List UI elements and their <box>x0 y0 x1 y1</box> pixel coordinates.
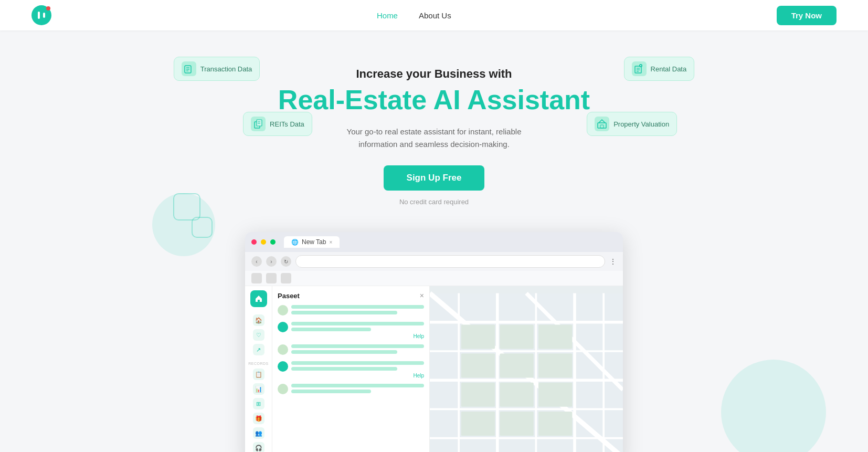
deco-square-2 <box>192 217 213 238</box>
sidebar-icon-heart[interactable]: ♡ <box>253 329 264 341</box>
chat-close-button[interactable]: × <box>420 291 424 300</box>
svg-rect-37 <box>461 354 495 378</box>
signup-button[interactable]: Sign Up Free <box>384 165 485 191</box>
badge-reits: REITs Data <box>243 112 312 136</box>
try-now-button[interactable]: Try Now <box>777 6 837 25</box>
chat-row-2: Help <box>278 322 424 339</box>
sidebar-icon-home[interactable]: 🏠 <box>253 314 264 326</box>
chat-avatar-ai <box>278 322 288 332</box>
chat-line <box>291 322 424 325</box>
svg-rect-35 <box>500 325 533 349</box>
browser-url-bar[interactable] <box>295 255 605 268</box>
chat-avatar-user-3 <box>278 384 288 394</box>
chat-line <box>291 390 371 393</box>
sidebar-icon-support[interactable]: 🎧 <box>253 442 264 452</box>
hero-title: Real-Estate AI Assistant <box>0 85 868 115</box>
deco-square-1 <box>173 193 200 220</box>
badge-transaction: Transaction Data <box>174 57 260 81</box>
logo[interactable] <box>31 5 51 25</box>
browser-mockup: 🌐 New Tab × ‹ › ↻ ⋮ 🏠 <box>245 232 623 452</box>
chat-row-1 <box>278 305 424 317</box>
chat-line <box>291 328 371 331</box>
logo-icon <box>31 5 51 25</box>
navbar: Home About Us Try Now <box>0 0 868 30</box>
svg-rect-42 <box>538 383 572 407</box>
chat-avatar-user <box>278 305 288 316</box>
svg-rect-7 <box>257 120 262 126</box>
toolbar-icon-1 <box>251 273 262 283</box>
chat-row-4: Help <box>278 361 424 379</box>
chat-line <box>291 344 424 348</box>
svg-rect-45 <box>538 412 572 436</box>
chat-line <box>291 311 397 314</box>
chat-title: Paseet <box>278 292 300 300</box>
sidebar-icon-list[interactable]: 📋 <box>253 369 264 380</box>
svg-rect-10 <box>632 61 647 76</box>
app-inner: 🏠 ♡ ↗ RECORDS 📋 📊 ⊞ 🎁 👥 🎧 Paseet × <box>245 286 623 452</box>
browser-tab-label: New Tab <box>302 238 326 246</box>
svg-rect-39 <box>538 354 572 378</box>
chat-help-1[interactable]: Help <box>291 333 424 339</box>
hero-description: Your go-to real estate assistant for ins… <box>334 125 534 151</box>
browser-dot-yellow <box>261 239 266 245</box>
svg-rect-18 <box>595 117 609 131</box>
chat-line <box>291 305 424 309</box>
svg-rect-43 <box>461 412 495 436</box>
chat-line <box>291 350 397 354</box>
chat-line <box>291 367 397 371</box>
browser-tab: 🌐 New Tab × <box>284 236 340 248</box>
chat-row-3 <box>278 344 424 356</box>
deco-circle-1 <box>721 360 826 452</box>
app-sidebar: 🏠 ♡ ↗ RECORDS 📋 📊 ⊞ 🎁 👥 🎧 <box>245 286 272 452</box>
chat-row-5 <box>278 384 424 395</box>
chat-bubble-5 <box>291 384 424 395</box>
browser-controls: ‹ › ↻ ⋮ <box>245 252 623 271</box>
sidebar-icon-grid[interactable]: ⊞ <box>253 398 264 409</box>
badge-valuation: Property Valuation <box>587 112 677 136</box>
sidebar-section-label: RECORDS <box>248 362 269 365</box>
logo-dot <box>46 6 50 10</box>
map-svg <box>430 286 623 452</box>
toolbar-icon-2 <box>266 273 277 283</box>
browser-dot-green <box>270 239 276 245</box>
no-credit-text: No credit card required <box>0 198 868 206</box>
nav-home[interactable]: Home <box>377 11 398 20</box>
browser-forward[interactable]: › <box>266 256 277 267</box>
browser-tab-bar: 🌐 New Tab × <box>245 232 623 252</box>
chat-help-2[interactable]: Help <box>291 373 424 379</box>
sidebar-icon-users[interactable]: 👥 <box>253 427 264 439</box>
sidebar-logo <box>250 290 267 307</box>
chat-line <box>291 384 424 387</box>
browser-tab-close[interactable]: × <box>329 239 332 245</box>
hero-subtitle: Increase your Business with <box>0 67 868 81</box>
chat-bubble-3 <box>291 344 424 356</box>
browser-menu[interactable]: ⋮ <box>609 257 617 266</box>
hero-section: Transaction Data REITs Data Rental Data <box>0 30 868 452</box>
browser-refresh[interactable]: ↻ <box>281 256 291 267</box>
sidebar-icon-chart[interactable]: 📊 <box>253 383 264 395</box>
chat-bubble-1 <box>291 305 424 317</box>
svg-rect-34 <box>461 325 495 349</box>
nav-about[interactable]: About Us <box>419 11 451 20</box>
svg-rect-44 <box>500 412 533 436</box>
browser-dot-red <box>251 239 257 245</box>
toolbar-icon-3 <box>281 273 291 283</box>
app-main: Paseet × <box>272 286 623 452</box>
badge-rental: Rental Data <box>624 57 695 81</box>
svg-rect-36 <box>538 325 572 349</box>
chat-avatar-ai-2 <box>278 361 288 372</box>
chat-header: Paseet × <box>278 291 424 300</box>
svg-rect-40 <box>461 383 495 407</box>
map-area <box>430 286 623 452</box>
chat-bubble-2: Help <box>291 322 424 339</box>
svg-rect-0 <box>182 61 196 76</box>
sidebar-icon-gift[interactable]: 🎁 <box>253 413 264 424</box>
browser-toolbar <box>245 271 623 286</box>
chat-line <box>291 361 424 365</box>
chat-bubble-4: Help <box>291 361 424 379</box>
svg-rect-38 <box>500 354 533 378</box>
browser-back[interactable]: ‹ <box>251 256 262 267</box>
chat-panel: Paseet × <box>272 286 430 452</box>
sidebar-icon-share[interactable]: ↗ <box>253 344 264 355</box>
nav-links: Home About Us <box>377 11 451 20</box>
